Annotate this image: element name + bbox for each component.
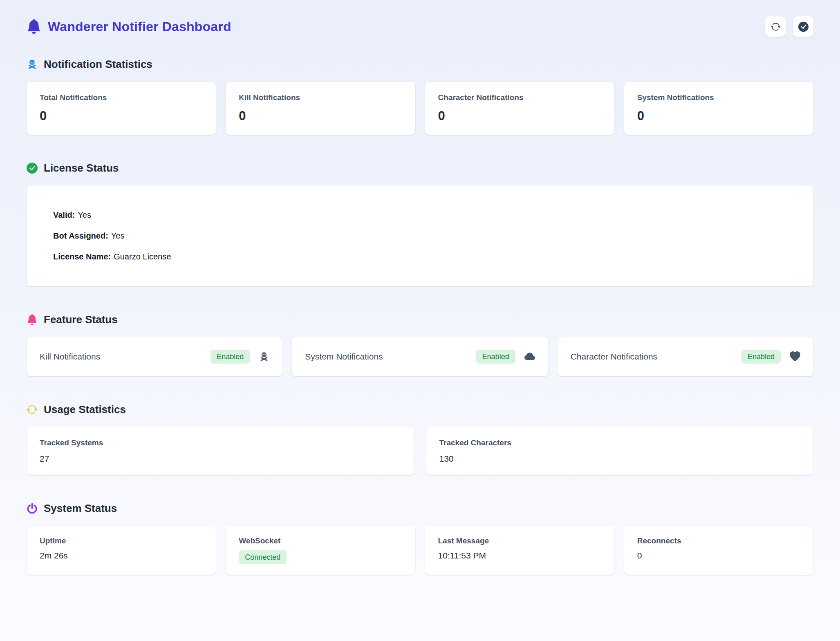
- app-header: Wanderer Notifier Dashboard: [27, 16, 813, 37]
- dashboard-page: Wanderer Notifier Dashboard Notification…: [0, 0, 840, 575]
- stat-label: System Notifications: [637, 93, 800, 102]
- license-bot-assigned-row: Bot Assigned:Yes: [53, 231, 787, 241]
- section-title: Usage Statistics: [44, 403, 126, 416]
- stat-card-grid: Total Notifications 0 Kill Notifications…: [27, 82, 813, 135]
- cloud-icon: [524, 351, 535, 362]
- status-check-button[interactable]: [793, 16, 813, 37]
- usage-card-grid: Tracked Systems 27 Tracked Characters 13…: [27, 427, 813, 475]
- stat-card-kill-notifications: Kill Notifications 0: [226, 82, 415, 135]
- license-field-label: License Name:: [53, 252, 111, 261]
- feature-card-grid: Kill Notifications Enabled System Notifi…: [27, 337, 813, 376]
- status-badge: Enabled: [476, 350, 515, 364]
- feature-status-group: Enabled: [476, 350, 535, 364]
- license-field-value: Yes: [78, 210, 91, 219]
- system-label: Reconnects: [637, 536, 800, 545]
- heart-icon: [790, 351, 800, 362]
- system-label: Uptime: [40, 536, 203, 545]
- system-card-reconnects: Reconnects 0: [624, 526, 813, 575]
- header-actions: [765, 16, 813, 37]
- section-feature-status: Feature Status Kill Notifications Enable…: [27, 313, 813, 376]
- stat-value: 0: [438, 109, 601, 123]
- license-valid-row: Valid:Yes: [53, 210, 787, 220]
- status-badge: Enabled: [741, 350, 781, 364]
- license-details-box: Valid:Yes Bot Assigned:Yes License Name:…: [39, 198, 801, 274]
- page-title: Wanderer Notifier Dashboard: [48, 19, 231, 34]
- system-card-uptime: Uptime 2m 26s: [27, 526, 216, 575]
- feature-name: System Notifications: [305, 352, 383, 362]
- usage-value: 130: [439, 454, 801, 464]
- refresh-button[interactable]: [765, 16, 786, 37]
- usage-card-tracked-characters: Tracked Characters 130: [426, 427, 814, 475]
- system-card-websocket: WebSocket Connected: [226, 526, 415, 575]
- section-header: Usage Statistics: [27, 403, 813, 416]
- feature-name: Character Notifications: [571, 352, 657, 362]
- license-card: Valid:Yes Bot Assigned:Yes License Name:…: [27, 185, 813, 286]
- system-label: WebSocket: [239, 536, 402, 545]
- license-field-label: Bot Assigned:: [53, 231, 108, 240]
- usage-label: Tracked Characters: [439, 438, 801, 447]
- stat-value: 0: [239, 109, 402, 123]
- status-badge: Enabled: [211, 350, 250, 364]
- license-field-value: Guarzo License: [114, 252, 171, 261]
- section-title: License Status: [44, 162, 119, 174]
- stat-card-character-notifications: Character Notifications 0: [425, 82, 614, 135]
- section-title: System Status: [44, 502, 117, 515]
- section-usage-statistics: Usage Statistics Tracked Systems 27 Trac…: [27, 403, 813, 475]
- feature-card-character-notifications: Character Notifications Enabled: [558, 337, 813, 376]
- section-license-status: License Status Valid:Yes Bot Assigned:Ye…: [27, 162, 813, 286]
- license-field-value: Yes: [111, 231, 125, 240]
- check-circle-icon: [798, 22, 809, 32]
- usage-label: Tracked Systems: [40, 438, 401, 447]
- feature-status-group: Enabled: [741, 350, 800, 364]
- section-title: Notification Statistics: [44, 58, 152, 71]
- stat-label: Total Notifications: [40, 93, 203, 102]
- license-name-row: License Name:Guarzo License: [53, 252, 787, 261]
- section-header: License Status: [27, 162, 813, 174]
- skull-crossbones-icon: [259, 351, 269, 362]
- section-system-status: System Status Uptime 2m 26s WebSocket Co…: [27, 502, 813, 575]
- feature-card-system-notifications: System Notifications Enabled: [292, 337, 548, 376]
- system-badge-slot: Connected: [239, 550, 402, 564]
- system-card-last-message: Last Message 10:11:53 PM: [425, 526, 614, 575]
- license-field-label: Valid:: [53, 210, 75, 219]
- section-notification-statistics: Notification Statistics Total Notificati…: [27, 58, 813, 135]
- section-header: Feature Status: [27, 313, 813, 326]
- system-label: Last Message: [438, 536, 601, 545]
- usage-card-tracked-systems: Tracked Systems 27: [27, 427, 414, 475]
- usage-value: 27: [40, 454, 401, 464]
- system-card-grid: Uptime 2m 26s WebSocket Connected Last M…: [27, 526, 813, 575]
- stat-value: 0: [40, 109, 203, 123]
- section-title: Feature Status: [44, 313, 118, 326]
- stat-card-total-notifications: Total Notifications 0: [27, 82, 216, 135]
- bell-icon: [27, 314, 38, 325]
- websocket-status-badge: Connected: [239, 550, 287, 564]
- section-header: Notification Statistics: [27, 58, 813, 71]
- system-value: 10:11:53 PM: [438, 551, 601, 561]
- section-header: System Status: [27, 502, 813, 515]
- feature-name: Kill Notifications: [40, 352, 100, 362]
- feature-status-group: Enabled: [211, 350, 269, 364]
- check-circle-icon: [27, 163, 38, 174]
- skull-crossbones-icon: [27, 59, 38, 70]
- stat-label: Character Notifications: [438, 93, 601, 102]
- system-value: 0: [637, 551, 800, 561]
- stat-card-system-notifications: System Notifications 0: [624, 82, 813, 135]
- refresh-icon: [771, 22, 781, 32]
- power-icon: [27, 503, 38, 514]
- feature-card-kill-notifications: Kill Notifications Enabled: [27, 337, 282, 376]
- bell-icon: [27, 19, 41, 34]
- stat-label: Kill Notifications: [239, 93, 402, 102]
- stat-value: 0: [637, 109, 800, 123]
- header-brand: Wanderer Notifier Dashboard: [27, 19, 231, 34]
- refresh-icon: [27, 404, 38, 415]
- system-value: 2m 26s: [40, 551, 203, 561]
